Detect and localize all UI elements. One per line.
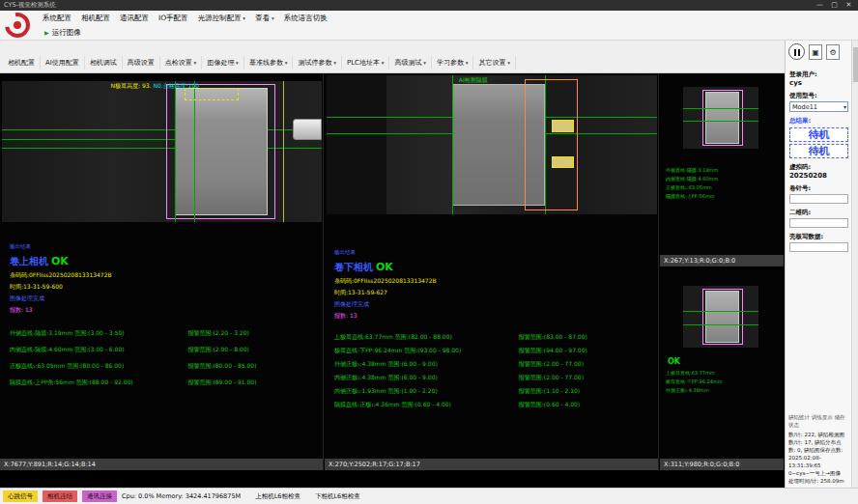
menu-item-view[interactable]: 查看: [255, 14, 274, 23]
tab-baseline-params[interactable]: 基准线参数: [244, 56, 294, 70]
tab-ai-config[interactable]: AI使用配置: [41, 56, 85, 70]
statistics-line: 0~cys~一号上→图像: [788, 469, 848, 477]
overlay-pass-text: N0.合格高度:100: [153, 82, 199, 89]
pause-button[interactable]: [788, 43, 805, 60]
menu-item-system-config[interactable]: 系统配置: [43, 14, 72, 23]
menu-item-camera-config[interactable]: 相机配置: [81, 14, 110, 23]
cpu-memory-text: Cpu: 0.0% Memory: 3424.41796875M: [122, 492, 241, 500]
measurement-value: 内侧正极₁:1.93mm 范围:(1.00 - 2.20): [334, 384, 519, 398]
statistics-line: 数: 0, 缺陷图保存点数:: [788, 446, 848, 454]
grid-icon-button[interactable]: ▣: [809, 44, 822, 60]
statistics-block: 缺陷统计 训练显示 储存状态 数/计: 222, 缺陷检测图 数/计: 17, …: [788, 413, 848, 485]
tab-spot-check[interactable]: 点检设置: [160, 56, 203, 70]
measure-line: [2, 139, 175, 140]
qr-code-field[interactable]: [789, 218, 848, 228]
measurement-value: 外侧直线-隔膜:3.19mm 范围:(3.00 - 3.50): [10, 324, 187, 341]
model-label: 使用型号:: [789, 92, 848, 100]
alarm-range: 报警范围:(89.00 - 91.00): [187, 374, 317, 390]
measure-line-vertical: [452, 75, 453, 214]
camera-result-label: 卷上相机: [10, 256, 48, 266]
login-user-value: cys: [789, 79, 848, 87]
small-camera-view-bottom[interactable]: OK 上极耳直线:63.77mm 极耳直线-下PP:96.24mm 外侧正极₁:…: [660, 268, 784, 470]
overlay-height-text: N极耳高度: 93.: [111, 82, 152, 89]
mini-measurement: 极耳直线-下PP:96.24mm: [666, 378, 723, 386]
right-panel: ▣ ⚙ 登录用户: cys 使用型号: Mode11 总结果: 待机 待机 虚拟…: [785, 41, 858, 488]
right-scrollbar[interactable]: [851, 41, 858, 488]
tab-advanced-settings[interactable]: 高级设置: [123, 56, 160, 70]
measurement-value: 极耳直线-下PP:96.24mm 范围:(93.00 - 98.00): [334, 344, 519, 357]
total-result-label: 总结果:: [789, 117, 848, 126]
virtual-code-value: 20250208: [789, 172, 848, 180]
menubar: 系统配置 相机配置 通讯配置 IO手配置 光源控制配置 查看 系统语言切换: [0, 11, 858, 25]
menu-item-light-config[interactable]: 光源控制配置: [198, 14, 246, 23]
camera-image-left[interactable]: N极耳高度: 93. N0.合格高度:100: [2, 81, 322, 222]
menu-item-comm-config[interactable]: 通讯配置: [120, 14, 149, 23]
alarm-range: 报警范围:(83.00 - 87.00): [519, 330, 652, 344]
measurement-value: 隔膜直线-正极₁:4.36mm 范围:(0.60 - 4.00): [334, 398, 519, 411]
alarm-range: 报警范围:(2.20 - 3.20): [187, 324, 317, 341]
measurement-row: 上极耳直线:63.77mm 范围:(82.00 - 88.00) 报警范围:(8…: [334, 330, 652, 344]
right-view-status: X:270;Y:2502;R:17;G:17;B:17: [325, 459, 658, 470]
statistics-line: 数/计: 17, 缺陷分布点: [788, 438, 848, 446]
mini-measurement-list: 外侧直线-隔膜:3.19mm 内侧直线-隔膜:4.60mm 正极直线₁:63.0…: [666, 166, 718, 201]
comm-link-indicator: 通讯连接: [82, 490, 117, 502]
maximize-button[interactable]: ▢: [827, 0, 842, 11]
image-overlay-text: N极耳高度: 93. N0.合格高度:100: [111, 82, 200, 91]
camera-result-label: 卷下相机: [334, 262, 373, 272]
run-icon: ▶: [44, 29, 49, 36]
bottom-camera-check-label: 下相机L6相检查: [315, 492, 360, 501]
statistics-header: 缺陷统计 训练显示 储存状态: [788, 413, 848, 429]
tab-camera-config[interactable]: 相机配置: [3, 56, 41, 70]
measurement-value: 外侧正极₁:4.38mm 范围:(6.00 - 9.00): [334, 357, 519, 371]
minimize-button[interactable]: —: [813, 0, 827, 11]
camera-view-right[interactable]: AI检测隔膜 输出结果 卷下相机OK 条码码:0FFIiss2025020813…: [325, 73, 659, 470]
right-result-info: 输出结果 卷下相机OK 条码码:0FFIiss2025020813313472B…: [334, 249, 652, 411]
small-bottom-view-status: X:311;Y:980;R:0;G:0;B:0: [660, 459, 784, 470]
mini-measurement: 上极耳直线:63.77mm: [666, 369, 723, 378]
write-data-field[interactable]: [789, 242, 848, 252]
statistics-line: 处理时间/计: 258.09m: [788, 477, 848, 485]
measurement-row: 隔膜直线-正极₁:4.36mm 范围:(0.60 - 4.00) 报警范围:(0…: [334, 398, 652, 411]
mini-measurement: 外侧正极₁:4.38mm: [666, 386, 723, 395]
camera-view-left[interactable]: N极耳高度: 93. N0.合格高度:100 输出结果 卷上相机OK 条码码:0…: [0, 73, 324, 470]
roi-box-pink: [166, 84, 275, 219]
statistics-line: 2025:02:08-13:31:39:65: [788, 454, 848, 469]
menu-item-io-config[interactable]: IO手配置: [158, 14, 188, 23]
tab-advanced-test[interactable]: 高级测试: [389, 56, 432, 70]
submenu-bar: ▶ 运行图像: [0, 25, 858, 41]
left-result-info: 输出结果 卷上相机OK 条码码:0FFIiss2025020813313472B…: [10, 243, 317, 390]
alarm-range: 报警范围:(2.00 - 8.00): [187, 341, 317, 357]
tab-other-settings[interactable]: 其它设置: [473, 56, 516, 70]
menu-item-language[interactable]: 系统语言切换: [284, 14, 328, 23]
tab-camera-debug[interactable]: 相机调试: [85, 56, 123, 70]
measurement-row: 极耳直线-下PP:96.24mm 范围:(93.00 - 98.00) 报警范围…: [334, 344, 652, 357]
measure-line: [683, 311, 758, 312]
tab-test-stop-params[interactable]: 测试停参数: [293, 56, 342, 70]
alarm-range: 报警范围:(2.00 - 77.00): [519, 371, 652, 384]
model-select[interactable]: Mode11: [789, 101, 848, 112]
tab-learning-params[interactable]: 学习参数: [432, 56, 474, 70]
bottom-status-bar: 心跳信号 相机连结 通讯连接 Cpu: 0.0% Memory: 3424.41…: [0, 488, 858, 504]
process-status-text: 图像处理完成: [334, 300, 652, 309]
tab-plc-address[interactable]: PLC地址本: [342, 56, 390, 70]
run-image-tab[interactable]: 运行图像: [52, 28, 81, 38]
qr-code-label: 二维码:: [789, 209, 848, 217]
measure-line-vertical: [194, 81, 195, 222]
roi-box-orange: [525, 79, 578, 210]
count-text: 报数: 13: [334, 312, 652, 321]
close-button[interactable]: ✕: [842, 0, 856, 11]
camera-image-right[interactable]: AI检测隔膜: [327, 75, 657, 214]
small-camera-view-top[interactable]: 外侧直线-隔膜:3.19mm 内侧直线-隔膜:4.60mm 正极直线₁:63.0…: [660, 73, 784, 266]
pin-number-field[interactable]: [789, 194, 848, 204]
scrollbar-thumb[interactable]: [853, 47, 858, 82]
small-camera-image-top[interactable]: [683, 87, 758, 149]
tab-image-processing[interactable]: 图像处理: [202, 56, 244, 70]
small-camera-image-bottom[interactable]: [683, 286, 758, 348]
ok-badge: OK: [668, 357, 680, 366]
measurement-row: 内侧直线-隔膜:4.60mm 范围:(3.00 - 6.00) 报警范围:(2.…: [10, 341, 317, 357]
measurement-row: 正极直线₁:63.05mm 范围:(80.00 - 86.00) 报警范围:(8…: [10, 357, 317, 374]
gear-icon-button[interactable]: ⚙: [826, 44, 840, 60]
count-text: 报数: 13: [10, 306, 317, 315]
titlebar: CYS-视觉检测系统 — ▢ ✕: [0, 0, 858, 11]
time-text: 时间:13-31-59-627: [334, 289, 652, 297]
